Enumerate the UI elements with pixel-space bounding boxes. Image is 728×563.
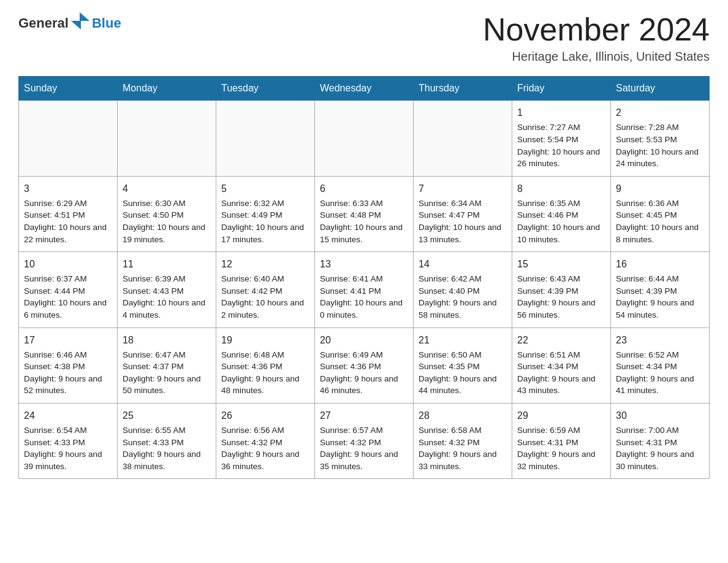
header-friday: Friday (512, 77, 611, 101)
sunrise-text: Sunrise: 6:59 AM (517, 426, 580, 435)
day-number: 26 (221, 408, 309, 423)
sunset-text: Sunset: 4:36 PM (320, 362, 381, 371)
day-number: 18 (123, 333, 211, 347)
sunrise-text: Sunrise: 6:43 AM (517, 274, 580, 283)
calendar-cell: 19Sunrise: 6:48 AMSunset: 4:36 PMDayligh… (216, 327, 315, 403)
calendar-cell: 3Sunrise: 6:29 AMSunset: 4:51 PMDaylight… (19, 176, 118, 251)
header-sunday: Sunday (19, 77, 118, 101)
logo-icon (71, 12, 89, 34)
daylight-text: Daylight: 10 hours and 0 minutes. (320, 298, 403, 320)
sunrise-text: Sunrise: 6:51 AM (517, 350, 580, 359)
daylight-text: Daylight: 10 hours and 2 minutes. (221, 298, 304, 320)
calendar-cell: 16Sunrise: 6:44 AMSunset: 4:39 PMDayligh… (611, 252, 710, 327)
sunrise-text: Sunrise: 6:40 AM (221, 274, 284, 283)
day-number: 3 (24, 182, 112, 196)
sunrise-text: Sunrise: 7:28 AM (616, 123, 679, 132)
header-saturday: Saturday (611, 77, 710, 101)
sunset-text: Sunset: 4:36 PM (221, 362, 282, 371)
calendar-cell: 18Sunrise: 6:47 AMSunset: 4:37 PMDayligh… (118, 327, 216, 403)
day-number: 15 (517, 257, 605, 271)
sunset-text: Sunset: 4:47 PM (419, 210, 480, 220)
daylight-text: Daylight: 9 hours and 44 minutes. (419, 374, 497, 396)
day-number: 28 (419, 408, 507, 423)
sunrise-text: Sunrise: 6:37 AM (24, 274, 87, 283)
sunset-text: Sunset: 4:32 PM (419, 438, 480, 447)
daylight-text: Daylight: 9 hours and 38 minutes. (123, 450, 201, 471)
day-number: 12 (221, 257, 309, 271)
day-number: 30 (616, 408, 704, 423)
calendar-cell: 1Sunrise: 7:27 AMSunset: 5:54 PMDaylight… (512, 101, 611, 176)
calendar-cell: 14Sunrise: 6:42 AMSunset: 4:40 PMDayligh… (414, 252, 512, 327)
weekday-header-row: Sunday Monday Tuesday Wednesday Thursday… (19, 77, 710, 101)
sunset-text: Sunset: 4:46 PM (517, 210, 578, 220)
sunset-text: Sunset: 4:33 PM (123, 438, 184, 447)
sunset-text: Sunset: 4:31 PM (517, 438, 578, 447)
sunset-text: Sunset: 4:39 PM (616, 286, 677, 296)
sunrise-text: Sunrise: 6:48 AM (221, 350, 284, 359)
daylight-text: Daylight: 9 hours and 48 minutes. (221, 374, 300, 396)
calendar-cell (414, 101, 512, 176)
daylight-text: Daylight: 9 hours and 46 minutes. (320, 374, 398, 396)
day-number: 23 (616, 333, 704, 347)
logo-blue-text: Blue (92, 15, 121, 31)
sunrise-text: Sunrise: 6:54 AM (24, 426, 87, 435)
sunrise-text: Sunrise: 6:42 AM (419, 274, 482, 283)
calendar-cell: 29Sunrise: 6:59 AMSunset: 4:31 PMDayligh… (512, 403, 611, 478)
day-number: 14 (419, 257, 507, 271)
sunrise-text: Sunrise: 6:58 AM (419, 426, 482, 435)
logo[interactable]: General Blue (18, 12, 121, 34)
calendar-cell: 24Sunrise: 6:54 AMSunset: 4:33 PMDayligh… (19, 403, 118, 478)
sunset-text: Sunset: 5:53 PM (616, 135, 677, 144)
daylight-text: Daylight: 10 hours and 17 minutes. (221, 223, 304, 244)
sunset-text: Sunset: 4:33 PM (24, 438, 85, 447)
sunrise-text: Sunrise: 6:55 AM (123, 426, 186, 435)
sunrise-text: Sunrise: 6:32 AM (221, 199, 284, 208)
day-number: 1 (517, 105, 605, 120)
day-number: 16 (616, 257, 704, 271)
calendar-cell: 28Sunrise: 6:58 AMSunset: 4:32 PMDayligh… (414, 403, 512, 478)
sunrise-text: Sunrise: 6:44 AM (616, 274, 679, 283)
daylight-text: Daylight: 9 hours and 56 minutes. (517, 298, 596, 320)
sunset-text: Sunset: 4:51 PM (24, 210, 85, 220)
daylight-text: Daylight: 9 hours and 50 minutes. (123, 374, 201, 396)
page-header: General Blue November 2024 Heritage Lake… (18, 12, 710, 64)
sunrise-text: Sunrise: 7:00 AM (616, 426, 679, 435)
title-section: November 2024 Heritage Lake, Illinois, U… (483, 12, 710, 64)
day-number: 22 (517, 333, 605, 347)
calendar-cell: 12Sunrise: 6:40 AMSunset: 4:42 PMDayligh… (216, 252, 315, 327)
header-monday: Monday (118, 77, 216, 101)
daylight-text: Daylight: 10 hours and 6 minutes. (24, 298, 107, 320)
daylight-text: Daylight: 9 hours and 43 minutes. (517, 374, 596, 396)
day-number: 8 (517, 182, 605, 196)
day-number: 10 (24, 257, 112, 271)
calendar-week-4: 17Sunrise: 6:46 AMSunset: 4:38 PMDayligh… (19, 327, 710, 403)
sunset-text: Sunset: 4:34 PM (616, 362, 677, 371)
sunset-text: Sunset: 4:45 PM (616, 210, 677, 220)
daylight-text: Daylight: 10 hours and 10 minutes. (517, 223, 600, 244)
sunrise-text: Sunrise: 6:41 AM (320, 274, 383, 283)
day-number: 2 (616, 105, 704, 120)
sunrise-text: Sunrise: 6:39 AM (123, 274, 186, 283)
daylight-text: Daylight: 9 hours and 41 minutes. (616, 374, 694, 396)
logo-general-text: General (18, 15, 69, 31)
day-number: 6 (320, 182, 408, 196)
calendar-week-5: 24Sunrise: 6:54 AMSunset: 4:33 PMDayligh… (19, 403, 710, 478)
calendar-cell: 21Sunrise: 6:50 AMSunset: 4:35 PMDayligh… (414, 327, 512, 403)
calendar-week-2: 3Sunrise: 6:29 AMSunset: 4:51 PMDaylight… (19, 176, 710, 251)
sunset-text: Sunset: 4:40 PM (419, 286, 480, 296)
day-number: 27 (320, 408, 408, 423)
sunrise-text: Sunrise: 6:57 AM (320, 426, 383, 435)
calendar-cell: 11Sunrise: 6:39 AMSunset: 4:43 PMDayligh… (118, 252, 216, 327)
calendar-cell: 10Sunrise: 6:37 AMSunset: 4:44 PMDayligh… (19, 252, 118, 327)
daylight-text: Daylight: 10 hours and 26 minutes. (517, 147, 600, 169)
sunset-text: Sunset: 4:50 PM (123, 210, 184, 220)
calendar-cell: 13Sunrise: 6:41 AMSunset: 4:41 PMDayligh… (315, 252, 414, 327)
day-number: 4 (123, 182, 211, 196)
sunrise-text: Sunrise: 6:30 AM (123, 199, 186, 208)
calendar-table: Sunday Monday Tuesday Wednesday Thursday… (18, 76, 710, 479)
day-number: 20 (320, 333, 408, 347)
daylight-text: Daylight: 9 hours and 39 minutes. (24, 450, 102, 471)
day-number: 21 (419, 333, 507, 347)
sunset-text: Sunset: 4:41 PM (320, 286, 381, 296)
sunrise-text: Sunrise: 6:50 AM (419, 350, 482, 359)
